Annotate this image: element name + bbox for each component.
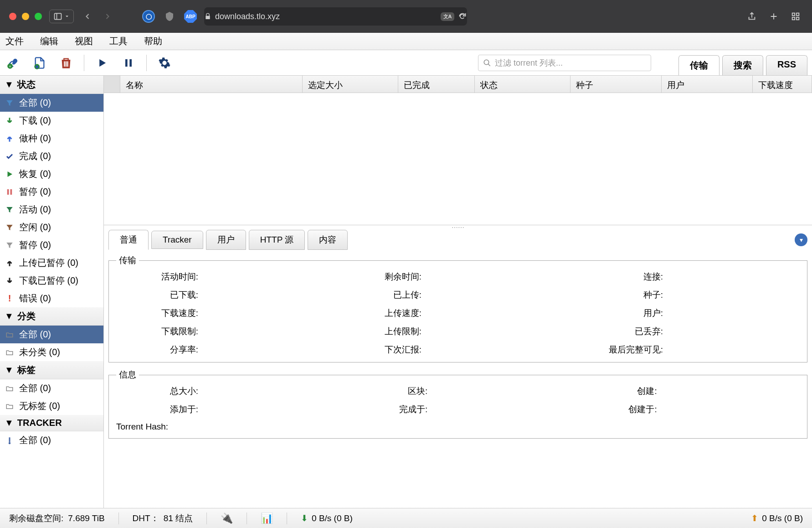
transfer-legend: 传输 [116, 254, 139, 266]
browser-chrome: ◯ ABP downloads.tlo.xyz 文A [0, 0, 812, 33]
tab-rss[interactable]: RSS [766, 55, 807, 75]
column-header-3[interactable]: 状态 [475, 76, 570, 93]
abp-icon[interactable]: ABP [184, 10, 197, 23]
filter-input[interactable]: 过滤 torrent 列表... [478, 55, 651, 71]
sidebar-item-category-0[interactable]: 全部 (0) [0, 326, 103, 343]
sidebar-item-status-0[interactable]: 全部 (0) [0, 94, 103, 112]
folder-icon [5, 331, 15, 339]
svg-rect-15 [129, 59, 132, 66]
svg-rect-5 [797, 17, 799, 20]
column-header-1[interactable]: 选定大小 [303, 76, 398, 93]
info-label: 分享率: [116, 344, 198, 356]
tab-search[interactable]: 搜索 [722, 55, 763, 75]
tabs-overview-icon[interactable] [788, 9, 803, 24]
info-label: 添加于: [116, 404, 198, 415]
detail-tab-http[interactable]: HTTP 源 [249, 230, 305, 250]
url-bar[interactable]: downloads.tlo.xyz 文A [204, 7, 467, 26]
column-header-4[interactable]: 种子 [570, 76, 662, 93]
delete-button[interactable] [57, 54, 75, 72]
sidebar-item-status-8[interactable]: 暂停 (0) [0, 236, 103, 254]
maximize-window-button[interactable] [35, 13, 42, 20]
add-link-button[interactable]: + [5, 54, 22, 72]
column-resize-handle[interactable] [104, 76, 120, 93]
torrent-hash-label: Torrent Hash: [116, 422, 800, 432]
column-header-2[interactable]: 已完成 [398, 76, 475, 93]
nav-forward-button[interactable] [101, 10, 114, 23]
info-label: 连接: [563, 271, 663, 283]
svg-point-16 [484, 60, 489, 65]
sidebar-item-status-9[interactable]: 上传已暂停 (0) [0, 254, 103, 272]
info-label: 创建: [575, 385, 657, 397]
status-bar: 剩余磁盘空间: 7.689 TiB DHT： 81 结点 🔌 📊 ⬇ 0 B/s… [0, 508, 812, 528]
chevron-down-icon: ▼ [5, 79, 14, 90]
info-label: 创建于: [575, 404, 657, 415]
menu-edit[interactable]: 编辑 [40, 35, 58, 47]
sidebar-item-status-11[interactable]: !错误 (0) [0, 290, 103, 307]
folder-icon [5, 384, 15, 393]
filter-blue-icon [5, 99, 15, 107]
new-tab-icon[interactable] [766, 9, 781, 24]
sidebar-item-tags-0[interactable]: 全部 (0) [0, 379, 103, 397]
close-window-button[interactable] [9, 13, 16, 20]
column-header-0[interactable]: 名称 [120, 76, 303, 93]
sidebar-item-status-3[interactable]: 完成 (0) [0, 147, 103, 165]
menu-file[interactable]: 文件 [5, 35, 24, 47]
sidebar-item-tracker-0[interactable]: 全部 (0) [0, 431, 103, 449]
info-label: 已下载: [116, 289, 198, 301]
arrow-down-green-icon [5, 117, 15, 125]
nav-back-button[interactable] [81, 10, 94, 23]
pause-button[interactable] [120, 54, 137, 72]
menu-help[interactable]: 帮助 [144, 35, 162, 47]
svg-text:+: + [36, 64, 38, 69]
connection-icon[interactable]: 🔌 [221, 512, 233, 524]
download-speed[interactable]: ⬇ 0 B/s (0 B) [301, 513, 353, 523]
check-blue-icon [5, 152, 15, 160]
info-value [426, 344, 558, 356]
info-label: 最后完整可见: [563, 344, 663, 356]
menu-view[interactable]: 视图 [75, 35, 93, 47]
minimize-window-button[interactable] [22, 13, 29, 20]
menu-tools[interactable]: 工具 [109, 35, 128, 47]
sidebar-header-tags[interactable]: ▼标签 [0, 361, 103, 379]
info-label: 已上传: [339, 289, 421, 301]
app-menubar: 文件 编辑 视图 工具 帮助 [0, 33, 812, 50]
shield-icon[interactable] [162, 9, 177, 24]
detail-tab-general[interactable]: 普通 [108, 230, 149, 250]
sidebar-item-tags-1[interactable]: 无标签 (0) [0, 397, 103, 415]
sidebar-item-status-2[interactable]: 做种 (0) [0, 129, 103, 147]
column-header-6[interactable]: 下载速度 [753, 76, 812, 93]
sidebar-item-status-6[interactable]: 活动 (0) [0, 201, 103, 218]
settings-button[interactable] [156, 54, 173, 72]
upload-speed[interactable]: ⬆ 0 B/s (0 B) [751, 513, 803, 523]
onepassword-icon[interactable]: ◯ [142, 10, 155, 23]
sidebar-item-status-5[interactable]: 暂停 (0) [0, 183, 103, 201]
sidebar-item-status-10[interactable]: 下载已暂停 (0) [0, 272, 103, 290]
detail-tab-tracker[interactable]: Tracker [151, 231, 203, 249]
horizontal-splitter[interactable]: ⋯⋯ [104, 225, 812, 230]
resume-button[interactable] [93, 54, 111, 72]
share-icon[interactable] [745, 9, 759, 24]
detail-tab-content[interactable]: 内容 [308, 230, 348, 250]
sidebar-toggle-button[interactable] [49, 10, 74, 23]
sidebar-item-status-7[interactable]: 空闲 (0) [0, 218, 103, 236]
detail-menu-button[interactable]: ▾ [795, 233, 807, 246]
torrent-table-header: 名称选定大小已完成状态种子用户下载速度 [104, 76, 812, 93]
tab-transfers[interactable]: 传输 [678, 55, 719, 75]
translate-icon[interactable]: 文A [441, 12, 454, 21]
sidebar-item-status-1[interactable]: 下载 (0) [0, 112, 103, 129]
app-toolbar: + + 过滤 torrent 列表... 传输 搜索 RSS [0, 50, 812, 76]
info-label: 用户: [563, 307, 663, 319]
svg-point-20 [9, 442, 11, 444]
add-torrent-button[interactable]: + [31, 54, 48, 72]
detail-tab-peers[interactable]: 用户 [206, 230, 246, 250]
sidebar-header-category[interactable]: ▼分类 [0, 307, 103, 326]
reload-icon[interactable] [458, 12, 467, 21]
sidebar-item-status-4[interactable]: 恢复 (0) [0, 165, 103, 183]
column-header-5[interactable]: 用户 [662, 76, 753, 93]
sidebar-header-tracker[interactable]: ▼TRACKER [0, 415, 103, 431]
sidebar-item-category-1[interactable]: 未分类 (0) [0, 343, 103, 361]
speed-limit-icon[interactable]: 📊 [261, 512, 273, 524]
play-green-icon [5, 170, 15, 178]
sidebar-header-status[interactable]: ▼状态 [0, 76, 103, 94]
info-label: 已丢弃: [563, 326, 663, 337]
